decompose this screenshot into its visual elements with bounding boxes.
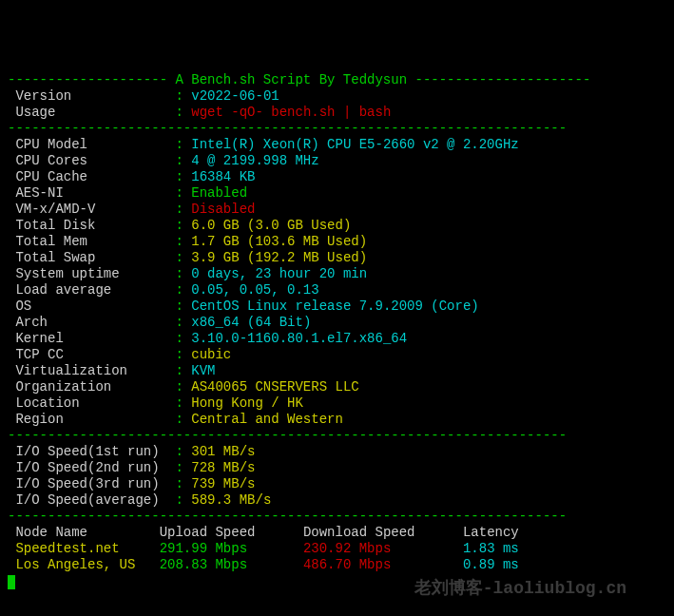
disk-value: 6.0 GB (3.0 GB Used) xyxy=(191,218,351,233)
sep: : xyxy=(167,331,191,346)
cpu-cores-value: 4 @ 2199.998 MHz xyxy=(191,153,318,168)
kernel-value: 3.10.0-1160.80.1.el7.x86_64 xyxy=(191,331,407,346)
disk-label: Total Disk xyxy=(8,218,95,233)
virt-label: Virtualization xyxy=(8,363,127,378)
st-r1-down: 230.92 Mbps xyxy=(303,541,391,556)
sep: : xyxy=(167,266,191,281)
arch-label: Arch xyxy=(8,315,48,330)
io2-value: 728 MB/s xyxy=(191,460,255,475)
divider-left: -------------------- xyxy=(8,72,175,87)
usage-value: wget -qO- bench.sh | bash xyxy=(191,105,391,120)
sep: : xyxy=(167,282,191,298)
st-r1-node: Speedtest.net xyxy=(8,541,120,556)
terminal-output: -------------------- A Bench.sh Script B… xyxy=(8,72,666,589)
version-label: Version xyxy=(8,88,71,104)
load-label: Load average xyxy=(8,282,111,298)
swap-value: 3.9 GB (192.2 MB Used) xyxy=(191,250,367,265)
sep: : xyxy=(167,347,191,362)
st-h-down: Download Speed xyxy=(303,525,415,540)
vmx-value: Disabled xyxy=(191,202,255,217)
tcpcc-label: TCP CC xyxy=(8,347,64,362)
sep: : xyxy=(167,169,191,184)
kernel-label: Kernel xyxy=(8,331,64,346)
divider: ----------------------------------------… xyxy=(8,509,567,524)
sep: : xyxy=(167,137,191,152)
io3-value: 739 MB/s xyxy=(191,476,255,491)
st-h-lat: Latency xyxy=(463,525,519,540)
st-r2-up: 208.83 Mbps xyxy=(160,557,247,572)
sep: : xyxy=(167,202,191,217)
uptime-label: System uptime xyxy=(8,266,120,281)
divider: ----------------------------------------… xyxy=(8,428,567,443)
uptime-value: 0 days, 23 hour 20 min xyxy=(191,266,367,281)
cpu-cores-label: CPU Cores xyxy=(8,153,87,168)
script-title: A Bench.sh Script By Teddysun xyxy=(175,72,407,87)
virt-value: KVM xyxy=(191,363,215,378)
mem-label: Total Mem xyxy=(8,234,87,249)
swap-label: Total Swap xyxy=(8,250,95,265)
cpu-model-label: CPU Model xyxy=(8,137,87,152)
load-value: 0.05, 0.05, 0.13 xyxy=(191,282,318,298)
sep: : xyxy=(167,379,191,395)
sep: : xyxy=(167,250,191,265)
aesni-label: AES-NI xyxy=(8,185,64,201)
arch-value: x86_64 (64 Bit) xyxy=(191,315,311,330)
sep: : xyxy=(167,444,191,459)
sep: : xyxy=(167,476,191,491)
sep: : xyxy=(167,185,191,201)
region-label: Region xyxy=(8,412,64,427)
sep: : xyxy=(167,363,191,378)
st-r2-down: 486.70 Mbps xyxy=(303,557,391,572)
sep: : xyxy=(167,153,191,168)
sep: : xyxy=(167,315,191,330)
ioavg-value: 589.3 MB/s xyxy=(191,492,271,508)
io1-value: 301 MB/s xyxy=(191,444,255,459)
cpu-cache-label: CPU Cache xyxy=(8,169,87,184)
divider: ----------------------------------------… xyxy=(8,121,567,136)
os-label: OS xyxy=(8,298,31,314)
region-value: Central and Western xyxy=(191,412,343,427)
mem-value: 1.7 GB (103.6 MB Used) xyxy=(191,234,367,249)
usage-label: Usage xyxy=(8,105,55,120)
sep: : xyxy=(167,298,191,314)
ioavg-label: I/O Speed(average) xyxy=(8,492,160,508)
sep: : xyxy=(167,105,191,120)
io3-label: I/O Speed(3rd run) xyxy=(8,476,160,491)
io2-label: I/O Speed(2nd run) xyxy=(8,460,160,475)
divider-right: ---------------------- xyxy=(407,72,590,87)
os-value: CentOS Linux release 7.9.2009 (Core) xyxy=(191,298,478,314)
tcpcc-value: cubic xyxy=(191,347,231,362)
st-h-up: Upload Speed xyxy=(160,525,256,540)
org-value: AS40065 CNSERVERS LLC xyxy=(191,379,358,395)
st-r1-lat: 1.83 ms xyxy=(463,541,519,556)
sep: : xyxy=(167,460,191,475)
version-value: v2022-06-01 xyxy=(191,88,279,104)
st-h-node: Node Name xyxy=(8,525,87,540)
sep: : xyxy=(167,88,191,104)
cursor-icon xyxy=(8,575,15,589)
location-value: Hong Kong / HK xyxy=(191,395,303,411)
sep: : xyxy=(167,492,191,508)
aesni-value: Enabled xyxy=(191,185,247,201)
vmx-label: VM-x/AMD-V xyxy=(8,202,95,217)
st-r2-node: Los Angeles, US xyxy=(8,557,135,572)
sep: : xyxy=(167,412,191,427)
cpu-model-value: Intel(R) Xeon(R) CPU E5-2660 v2 @ 2.20GH… xyxy=(191,137,518,152)
st-r1-up: 291.99 Mbps xyxy=(160,541,247,556)
sep: : xyxy=(167,234,191,249)
location-label: Location xyxy=(8,395,80,411)
cpu-cache-value: 16384 KB xyxy=(191,169,255,184)
sep: : xyxy=(167,218,191,233)
st-r2-lat: 0.89 ms xyxy=(463,557,519,572)
io1-label: I/O Speed(1st run) xyxy=(8,444,160,459)
org-label: Organization xyxy=(8,379,111,395)
sep: : xyxy=(167,395,191,411)
